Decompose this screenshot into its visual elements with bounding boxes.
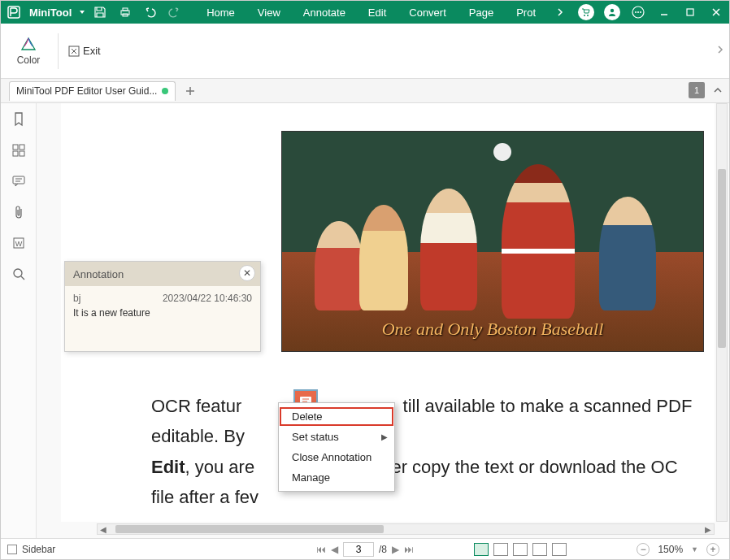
brand-dropdown[interactable] [76,9,87,15]
annotation-title: Annotation [73,268,124,280]
view-modes [474,543,567,556]
svg-point-5 [587,15,589,16]
menu-edit[interactable]: Edit [357,1,398,24]
minimize-button[interactable] [651,1,677,24]
context-item-close-annotation[interactable]: Close Annotation [279,447,394,467]
context-item-delete[interactable]: Delete [279,406,394,427]
horizontal-scrollbar[interactable]: ◀ ▶ [97,523,715,535]
feedback-button[interactable] [625,1,651,24]
undo-icon[interactable] [137,1,163,24]
svg-rect-17 [20,151,24,156]
menu-label: Delete [292,410,323,423]
svg-point-23 [14,269,22,277]
menu-protect[interactable]: Prot [505,1,547,24]
comments-icon[interactable] [11,173,27,189]
color-label: Color [17,54,41,66]
menu-label: Close Annotation [292,451,372,463]
text-fragment: OCR featur [151,396,241,416]
scroll-left-icon[interactable]: ◀ [98,524,109,534]
left-sidebar: W [1,103,37,538]
color-tool[interactable]: Color [9,37,48,66]
menu-page[interactable]: Page [458,1,505,24]
text-fragment: file after a fev [151,487,259,507]
view-single-icon[interactable] [474,543,489,556]
svg-point-6 [611,9,614,12]
close-button[interactable] [703,1,729,24]
menu-view[interactable]: View [246,1,292,24]
scroll-thumb[interactable] [115,525,384,533]
svg-text:W: W [15,240,22,248]
svg-point-9 [637,11,639,13]
image-caption: One and Only Boston Baseball [382,319,604,340]
text-fragment-bold: Edit [151,457,185,477]
view-continuous-icon[interactable] [493,543,508,556]
person-graphic [420,189,477,310]
context-item-set-status[interactable]: Set status▶ [279,427,394,447]
exit-button[interactable]: Exit [68,45,101,57]
annotation-close-icon[interactable]: ✕ [239,265,255,281]
zoom-in-button[interactable]: + [706,543,719,556]
zoom-controls: − 150% ▼ + [637,543,719,556]
annotation-author: bj [73,293,80,304]
separator [58,33,59,69]
new-tab-button[interactable] [180,81,200,101]
unsaved-dot-icon [162,88,168,94]
vertical-scrollbar[interactable] [716,103,728,522]
view-reflow-icon[interactable] [552,543,567,556]
redo-icon[interactable] [163,1,188,24]
svg-point-4 [584,15,585,16]
page-total: /8 [379,544,387,555]
page-input[interactable] [343,542,374,557]
search-icon[interactable] [11,266,27,282]
scroll-right-icon[interactable]: ▶ [702,524,714,534]
annotation-content[interactable]: It is a new feature [73,307,252,319]
menu-overflow-icon[interactable] [547,1,573,24]
thumbnails-icon[interactable] [11,142,27,158]
menu-label: Manage [292,471,330,484]
submenu-arrow-icon: ▶ [381,432,388,441]
person-graphic [359,205,408,310]
prev-page-icon[interactable]: ◀ [331,544,338,555]
view-two-cont-icon[interactable] [532,543,547,556]
status-bar: Sidebar ⏮ ◀ /8 ▶ ⏭ − 150% ▼ + [1,538,729,559]
attachments-icon[interactable] [11,204,27,220]
context-item-manage[interactable]: Manage [279,467,394,488]
save-icon[interactable] [88,1,113,24]
menu-home[interactable]: Home [195,1,246,24]
checkbox-icon[interactable] [7,545,17,554]
document-image[interactable]: One and Only Boston Baseball [281,131,704,352]
document-text[interactable]: OCR featur till available to make a scan… [151,391,713,513]
sidebar-toggle[interactable]: Sidebar [1,544,55,555]
menu-convert[interactable]: Convert [398,1,458,24]
first-page-icon[interactable]: ⏮ [316,544,326,555]
app-logo[interactable] [4,2,24,23]
titlebar-right [547,1,729,24]
svg-line-24 [21,276,24,280]
last-page-icon[interactable]: ⏭ [404,544,414,555]
maximize-button[interactable] [677,1,703,24]
main-menu: Home View Annotate Edit Convert Page Pro… [195,1,547,24]
annotation-header[interactable]: Annotation ✕ [65,262,260,286]
svg-rect-15 [20,145,24,150]
ribbon: Color Exit [1,24,729,79]
print-icon[interactable] [112,1,137,24]
view-two-page-icon[interactable] [513,543,528,556]
account-button[interactable] [599,1,625,24]
next-page-icon[interactable]: ▶ [392,544,399,555]
annotation-body: bj 2023/04/22 10:46:30 It is a new featu… [65,286,260,351]
zoom-out-button[interactable]: − [637,543,650,556]
cart-button[interactable] [573,1,599,24]
zoom-dropdown-icon[interactable]: ▼ [691,545,698,553]
bookmark-icon[interactable] [11,111,27,128]
tab-active[interactable]: MiniTool PDF Editor User Guid... [9,81,176,101]
exit-label: Exit [83,45,101,57]
svg-rect-16 [13,151,18,156]
ribbon-expand-icon[interactable] [716,44,724,59]
text-fragment: er copy the text or download the OC [391,457,677,477]
collapse-tabs-icon[interactable] [713,84,723,98]
scroll-thumb[interactable] [718,169,726,348]
text-fragment: , you are [185,457,255,477]
menu-annotate[interactable]: Annotate [292,1,357,24]
app-brand: MiniTool [24,7,76,19]
word-export-icon[interactable]: W [11,235,27,251]
